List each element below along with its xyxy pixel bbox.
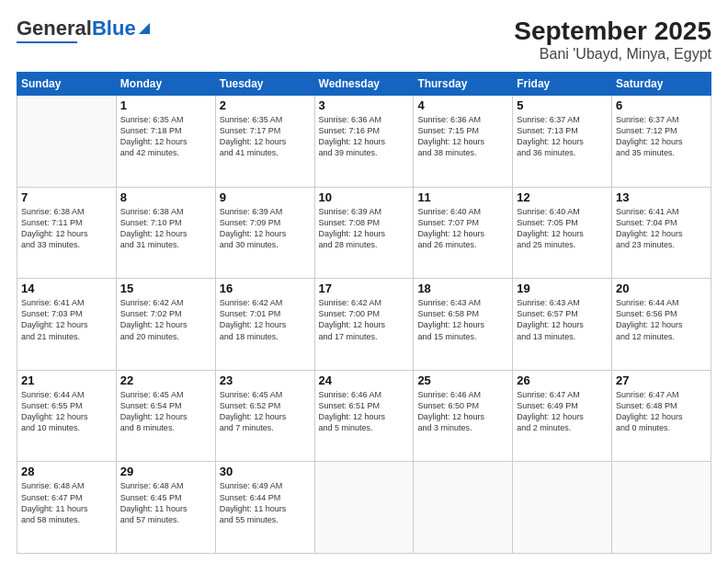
table-row: 14Sunrise: 6:41 AM Sunset: 7:03 PM Dayli…	[17, 279, 117, 371]
logo-general-text: General	[17, 17, 92, 40]
day-number: 19	[517, 282, 608, 295]
table-row: 12Sunrise: 6:40 AM Sunset: 7:05 PM Dayli…	[513, 187, 612, 279]
table-row: 6Sunrise: 6:37 AM Sunset: 7:12 PM Daylig…	[612, 96, 711, 188]
header: General Blue September 2025 Bani 'Ubayd,…	[17, 17, 711, 63]
logo: General Blue	[17, 17, 152, 43]
day-number: 25	[417, 373, 508, 387]
table-row	[17, 96, 117, 188]
calendar-week-row: 28Sunrise: 6:48 AM Sunset: 6:47 PM Dayli…	[17, 462, 711, 554]
table-row: 25Sunrise: 6:46 AM Sunset: 6:50 PM Dayli…	[414, 370, 513, 462]
table-row: 17Sunrise: 6:42 AM Sunset: 7:00 PM Dayli…	[314, 279, 414, 371]
table-row: 23Sunrise: 6:45 AM Sunset: 6:52 PM Dayli…	[215, 370, 314, 462]
table-row: 22Sunrise: 6:45 AM Sunset: 6:54 PM Dayli…	[116, 370, 215, 462]
table-row: 19Sunrise: 6:43 AM Sunset: 6:57 PM Dayli…	[513, 279, 612, 371]
cell-content: Sunrise: 6:45 AM Sunset: 6:52 PM Dayligh…	[220, 389, 311, 434]
day-number: 30	[220, 465, 311, 478]
calendar-header-saturday: Saturday	[612, 73, 711, 96]
calendar-header-wednesday: Wednesday	[314, 73, 414, 96]
calendar-week-row: 14Sunrise: 6:41 AM Sunset: 7:03 PM Dayli…	[17, 279, 711, 371]
calendar-header-thursday: Thursday	[414, 73, 513, 96]
day-number: 17	[319, 282, 410, 295]
cell-content: Sunrise: 6:35 AM Sunset: 7:17 PM Dayligh…	[220, 114, 311, 159]
table-row: 24Sunrise: 6:46 AM Sunset: 6:51 PM Dayli…	[314, 370, 414, 462]
table-row: 18Sunrise: 6:43 AM Sunset: 6:58 PM Dayli…	[414, 279, 513, 371]
cell-content: Sunrise: 6:42 AM Sunset: 7:01 PM Dayligh…	[220, 297, 311, 342]
day-number: 2	[220, 98, 311, 112]
table-row: 13Sunrise: 6:41 AM Sunset: 7:04 PM Dayli…	[612, 187, 711, 279]
logo-arrow-icon	[137, 21, 152, 36]
day-number: 8	[120, 190, 211, 204]
day-number: 1	[120, 98, 211, 112]
svg-marker-0	[139, 23, 150, 34]
table-row: 2Sunrise: 6:35 AM Sunset: 7:17 PM Daylig…	[215, 96, 314, 188]
table-row: 16Sunrise: 6:42 AM Sunset: 7:01 PM Dayli…	[215, 279, 314, 371]
cell-content: Sunrise: 6:41 AM Sunset: 7:03 PM Dayligh…	[21, 297, 112, 342]
page: General Blue September 2025 Bani 'Ubayd,…	[0, 0, 728, 563]
table-row: 15Sunrise: 6:42 AM Sunset: 7:02 PM Dayli…	[116, 279, 215, 371]
day-number: 4	[417, 98, 508, 112]
table-row: 21Sunrise: 6:44 AM Sunset: 6:55 PM Dayli…	[17, 370, 117, 462]
calendar-header-row: SundayMondayTuesdayWednesdayThursdayFrid…	[17, 73, 711, 96]
table-row	[612, 462, 711, 554]
cell-content: Sunrise: 6:43 AM Sunset: 6:58 PM Dayligh…	[417, 297, 508, 342]
table-row: 26Sunrise: 6:47 AM Sunset: 6:49 PM Dayli…	[513, 370, 612, 462]
table-row: 7Sunrise: 6:38 AM Sunset: 7:11 PM Daylig…	[17, 187, 117, 279]
day-number: 9	[220, 190, 311, 204]
cell-content: Sunrise: 6:37 AM Sunset: 7:13 PM Dayligh…	[517, 114, 608, 159]
day-number: 29	[120, 465, 211, 478]
calendar-week-row: 7Sunrise: 6:38 AM Sunset: 7:11 PM Daylig…	[17, 187, 711, 279]
calendar-table: SundayMondayTuesdayWednesdayThursdayFrid…	[17, 72, 711, 554]
day-number: 28	[21, 465, 112, 478]
calendar-week-row: 1Sunrise: 6:35 AM Sunset: 7:18 PM Daylig…	[17, 96, 711, 188]
table-row: 8Sunrise: 6:38 AM Sunset: 7:10 PM Daylig…	[116, 187, 215, 279]
table-row: 4Sunrise: 6:36 AM Sunset: 7:15 PM Daylig…	[414, 96, 513, 188]
table-row: 27Sunrise: 6:47 AM Sunset: 6:48 PM Dayli…	[612, 370, 711, 462]
table-row: 1Sunrise: 6:35 AM Sunset: 7:18 PM Daylig…	[116, 96, 215, 188]
cell-content: Sunrise: 6:42 AM Sunset: 7:00 PM Dayligh…	[319, 297, 410, 342]
cell-content: Sunrise: 6:41 AM Sunset: 7:04 PM Dayligh…	[616, 206, 707, 251]
day-number: 3	[319, 98, 410, 112]
table-row	[414, 462, 513, 554]
day-number: 7	[21, 190, 112, 204]
day-number: 14	[21, 282, 112, 295]
cell-content: Sunrise: 6:36 AM Sunset: 7:15 PM Dayligh…	[417, 114, 508, 159]
day-number: 10	[319, 190, 410, 204]
cell-content: Sunrise: 6:48 AM Sunset: 6:45 PM Dayligh…	[120, 480, 211, 525]
cell-content: Sunrise: 6:47 AM Sunset: 6:48 PM Dayligh…	[616, 389, 707, 434]
cell-content: Sunrise: 6:36 AM Sunset: 7:16 PM Dayligh…	[319, 114, 410, 159]
day-number: 11	[417, 190, 508, 204]
day-number: 18	[417, 282, 508, 295]
logo-underline	[17, 41, 77, 43]
table-row	[314, 462, 414, 554]
calendar-header-tuesday: Tuesday	[215, 73, 314, 96]
table-row: 10Sunrise: 6:39 AM Sunset: 7:08 PM Dayli…	[314, 187, 414, 279]
calendar-header-friday: Friday	[513, 73, 612, 96]
day-number: 22	[120, 373, 211, 387]
day-number: 6	[616, 98, 707, 112]
calendar-header-monday: Monday	[116, 73, 215, 96]
cell-content: Sunrise: 6:40 AM Sunset: 7:05 PM Dayligh…	[517, 206, 608, 251]
day-number: 12	[517, 190, 608, 204]
cell-content: Sunrise: 6:46 AM Sunset: 6:51 PM Dayligh…	[319, 389, 410, 434]
table-row: 28Sunrise: 6:48 AM Sunset: 6:47 PM Dayli…	[17, 462, 117, 554]
cell-content: Sunrise: 6:47 AM Sunset: 6:49 PM Dayligh…	[517, 389, 608, 434]
cell-content: Sunrise: 6:35 AM Sunset: 7:18 PM Dayligh…	[120, 114, 211, 159]
table-row: 29Sunrise: 6:48 AM Sunset: 6:45 PM Dayli…	[116, 462, 215, 554]
cell-content: Sunrise: 6:40 AM Sunset: 7:07 PM Dayligh…	[417, 206, 508, 251]
cell-content: Sunrise: 6:49 AM Sunset: 6:44 PM Dayligh…	[220, 480, 311, 525]
location-title: Bani 'Ubayd, Minya, Egypt	[514, 46, 711, 63]
cell-content: Sunrise: 6:39 AM Sunset: 7:09 PM Dayligh…	[220, 206, 311, 251]
calendar-header-sunday: Sunday	[17, 73, 117, 96]
day-number: 13	[616, 190, 707, 204]
day-number: 24	[319, 373, 410, 387]
month-title: September 2025	[514, 17, 711, 46]
day-number: 26	[517, 373, 608, 387]
title-block: September 2025 Bani 'Ubayd, Minya, Egypt	[514, 17, 711, 63]
cell-content: Sunrise: 6:48 AM Sunset: 6:47 PM Dayligh…	[21, 480, 112, 525]
table-row	[513, 462, 612, 554]
day-number: 23	[220, 373, 311, 387]
calendar-week-row: 21Sunrise: 6:44 AM Sunset: 6:55 PM Dayli…	[17, 370, 711, 462]
cell-content: Sunrise: 6:38 AM Sunset: 7:11 PM Dayligh…	[21, 206, 112, 251]
table-row: 11Sunrise: 6:40 AM Sunset: 7:07 PM Dayli…	[414, 187, 513, 279]
day-number: 5	[517, 98, 608, 112]
